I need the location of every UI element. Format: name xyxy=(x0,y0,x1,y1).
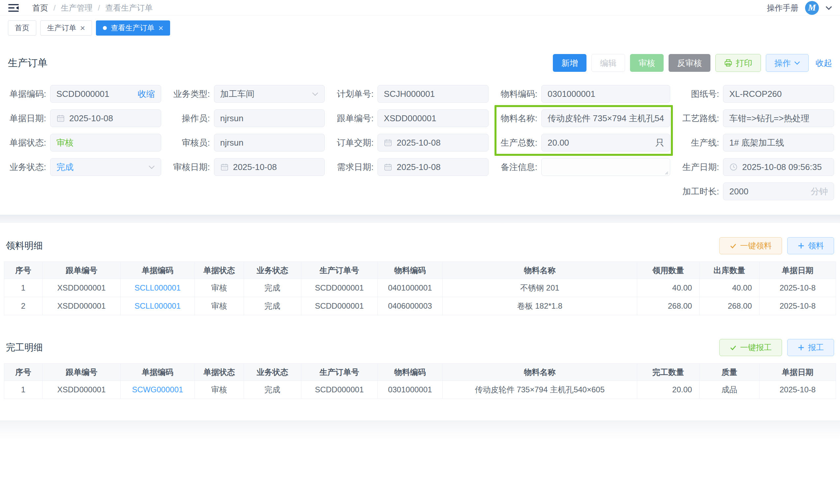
user-menu-caret-icon[interactable] xyxy=(825,5,832,10)
follow-no-input[interactable]: XSDD000001 xyxy=(378,109,489,127)
completion-table: 序号 跟单编号 单据编码 单据状态 业务状态 生产订单号 物料编码 物料名称 完… xyxy=(4,363,836,399)
material-section-header: 领料明细 一键领料 领料 xyxy=(0,223,840,262)
batch-report-button[interactable]: 一键报工 xyxy=(719,339,782,356)
field-process-route: 工艺路线: 车钳=>钻孔=>热处理 xyxy=(679,109,834,127)
completion-section-actions: 一键报工 报工 xyxy=(719,339,834,356)
field-material-name: 物料名称: 传动皮轮件 735×794 主机孔54 xyxy=(497,109,670,127)
status-badge: 审核 xyxy=(194,381,244,399)
process-minutes-input[interactable]: 2000 分钟 xyxy=(723,182,834,200)
menu-fold-icon[interactable] xyxy=(8,3,19,13)
field-audit-date: 审核日期: 2025-10-08 xyxy=(170,158,325,176)
completion-section-title: 完工明细 xyxy=(6,341,43,354)
breadcrumb-production-management[interactable]: 生产管理 xyxy=(61,3,93,13)
calendar-icon xyxy=(56,114,65,123)
prod-date-picker[interactable]: 2025-10-08 09:56:35 xyxy=(723,158,834,176)
plan-no-input[interactable]: SCJH000001 xyxy=(378,85,489,103)
add-button[interactable]: 新增 xyxy=(553,54,587,72)
form-col-4: 物料编码: 0301000001 物料名称: 传动皮轮件 735×794 主机孔… xyxy=(497,85,670,200)
drawing-no-input[interactable]: XL-RCOP260 xyxy=(723,85,834,103)
breadcrumb-separator: / xyxy=(53,3,56,13)
table-row: 2 XSDD000001 SCLL000001 审核 完成 SCDD000001… xyxy=(4,297,836,315)
field-plan-no: 计划单号: SCJH000001 xyxy=(333,85,489,103)
total-qty-input[interactable]: 20.00 只 xyxy=(541,134,670,151)
manual-link[interactable]: 操作手册 xyxy=(767,3,799,13)
unaudit-button[interactable]: 反审核 xyxy=(669,54,711,72)
topbar: 首页 / 生产管理 / 查看生产订单 操作手册 M xyxy=(0,0,840,16)
plus-icon xyxy=(798,344,805,351)
field-prod-date: 生产日期: 2025-10-08 09:56:35 xyxy=(679,158,834,176)
chevron-down-icon xyxy=(794,61,800,65)
material-name-cell: 传动皮轮件 735×794 主机孔540×605 xyxy=(442,381,637,399)
operator-input[interactable]: njrsun xyxy=(214,109,325,127)
field-drawing-no: 图纸号: XL-RCOP260 xyxy=(679,85,834,103)
biz-status-select[interactable]: 完成 xyxy=(50,158,161,176)
tab-home[interactable]: 首页 xyxy=(8,20,36,36)
page-header: 生产订单 新增 编辑 审核 反审核 打印 操作 收起 xyxy=(0,54,840,72)
material-name-cell: 卷板 182*1.8 xyxy=(442,297,637,315)
field-material-code: 物料编码: 0301000001 xyxy=(497,85,670,103)
material-code-input[interactable]: 0301000001 xyxy=(541,85,670,103)
breadcrumb-separator: / xyxy=(98,3,100,13)
process-route-input[interactable]: 车钳=>钻孔=>热处理 xyxy=(723,109,834,127)
prod-line-input[interactable]: 1# 底架加工线 xyxy=(723,134,834,151)
check-icon xyxy=(730,344,737,351)
batch-pick-button[interactable]: 一键领料 xyxy=(719,237,782,254)
tabbar: 首页 生产订单 × 查看生产订单 × xyxy=(0,16,840,39)
actions-dropdown-button[interactable]: 操作 xyxy=(766,54,809,72)
topbar-right: 操作手册 M xyxy=(767,1,832,15)
doc-code-link[interactable]: SCWG000001 xyxy=(132,385,183,394)
pick-button[interactable]: 领料 xyxy=(787,237,834,254)
biz-type-select[interactable]: 加工车间 xyxy=(214,85,325,103)
audit-button[interactable]: 审核 xyxy=(630,54,664,72)
remark-textarea[interactable] xyxy=(541,158,670,176)
page-title: 生产订单 xyxy=(8,56,48,70)
field-auditor: 审核员: njrsun xyxy=(170,134,325,151)
print-button[interactable]: 打印 xyxy=(715,54,761,72)
doc-date-picker[interactable]: 2025-10-08 xyxy=(50,109,161,127)
report-button[interactable]: 报工 xyxy=(787,339,834,356)
order-due-picker[interactable]: 2025-10-08 xyxy=(378,134,489,151)
doc-code-link[interactable]: SCLL000001 xyxy=(135,283,181,292)
resize-handle-icon[interactable] xyxy=(663,169,668,175)
doc-code-link[interactable]: SCLL000001 xyxy=(135,301,181,310)
clock-icon xyxy=(729,163,738,171)
breadcrumb-home[interactable]: 首页 xyxy=(32,3,48,13)
form-col-3: 计划单号: SCJH000001 跟单编号: XSDD000001 订单交期: … xyxy=(333,85,489,200)
check-icon xyxy=(730,242,737,249)
field-biz-type: 业务类型: 加工车间 xyxy=(170,85,325,103)
field-operator: 操作员: njrsun xyxy=(170,109,325,127)
close-icon[interactable]: × xyxy=(158,24,163,32)
header-actions: 新增 编辑 审核 反审核 打印 操作 收起 xyxy=(553,54,832,72)
field-prod-line: 生产线: 1# 底架加工线 xyxy=(679,134,834,151)
audit-date-picker[interactable]: 2025-10-08 xyxy=(214,158,325,176)
doc-code-input[interactable]: SCDD000001 收缩 xyxy=(50,85,161,103)
field-order-due: 订单交期: 2025-10-08 xyxy=(333,134,489,151)
active-dot-icon xyxy=(103,26,107,30)
order-form: 单据编码: SCDD000001 收缩 单据日期: 2025-10-08 单据状… xyxy=(0,85,840,200)
field-remark: 备注信息: xyxy=(497,158,670,176)
field-process-minutes: 加工时长: 2000 分钟 xyxy=(679,182,834,200)
section-divider xyxy=(0,215,840,223)
material-name-input[interactable]: 传动皮轮件 735×794 主机孔54 xyxy=(541,109,670,127)
table-row: 1 XSDD000001 SCLL000001 审核 完成 SCDD000001… xyxy=(4,279,836,297)
field-doc-code: 单据编码: SCDD000001 收缩 xyxy=(6,85,161,103)
edit-button[interactable]: 编辑 xyxy=(591,54,625,72)
tab-view-production-order[interactable]: 查看生产订单 × xyxy=(96,20,170,36)
material-section-actions: 一键领料 领料 xyxy=(719,237,834,254)
close-icon[interactable]: × xyxy=(80,24,85,32)
chevron-down-icon xyxy=(148,165,155,169)
material-table-header-row: 序号 跟单编号 单据编码 单据状态 业务状态 生产订单号 物料编码 物料名称 领… xyxy=(4,262,836,279)
doc-status-input[interactable]: 审核 xyxy=(50,134,161,151)
material-section-title: 领料明细 xyxy=(6,239,43,252)
avatar[interactable]: M xyxy=(805,1,819,15)
tab-production-order[interactable]: 生产订单 × xyxy=(40,20,92,36)
field-demand-date: 需求日期: 2025-10-08 xyxy=(333,158,489,176)
material-table: 序号 跟单编号 单据编码 单据状态 业务状态 生产订单号 物料编码 物料名称 领… xyxy=(4,262,836,315)
status-badge: 审核 xyxy=(194,297,244,315)
collapse-link[interactable]: 收起 xyxy=(816,58,832,69)
form-col-5: 图纸号: XL-RCOP260 工艺路线: 车钳=>钻孔=>热处理 生产线: 1… xyxy=(679,85,834,200)
demand-date-picker[interactable]: 2025-10-08 xyxy=(378,158,489,176)
auditor-input[interactable]: njrsun xyxy=(214,134,325,151)
status-badge: 审核 xyxy=(194,279,244,297)
shrink-link[interactable]: 收缩 xyxy=(138,88,155,100)
